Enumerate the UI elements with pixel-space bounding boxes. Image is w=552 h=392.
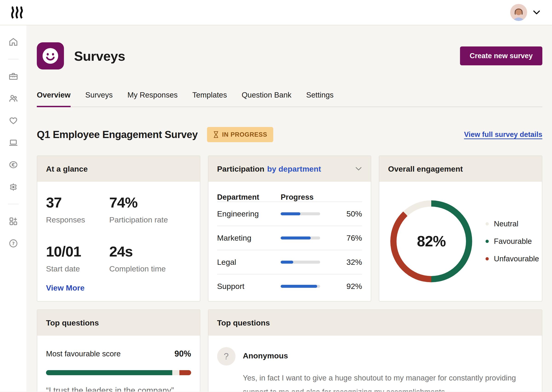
tab-bar: Overview Surveys My Responses Templates … — [37, 91, 542, 107]
favourable-segment — [46, 370, 172, 375]
stat-completion-time: 24s Completion time — [109, 243, 191, 273]
create-new-survey-button[interactable]: Create new survey — [460, 47, 542, 65]
tab-my-responses[interactable]: My Responses — [127, 91, 178, 107]
sidebar-item-settings[interactable] — [8, 182, 18, 192]
heart-icon — [8, 115, 18, 126]
question-mark-icon: ? — [224, 351, 229, 361]
laptop-icon — [8, 138, 18, 148]
home-icon — [8, 37, 18, 47]
overall-engagement-title: Overall engagement — [379, 156, 542, 182]
surveys-app-icon — [37, 42, 64, 70]
apps-plus-icon — [8, 216, 18, 226]
participation-dropdown[interactable]: Participation by department — [217, 164, 362, 174]
top-questions-title: Top questions — [37, 310, 200, 336]
gear-icon — [8, 182, 18, 192]
neutral-segment — [172, 370, 180, 375]
sidebar-item-benefits[interactable] — [8, 115, 18, 126]
unfavourable-segment — [179, 370, 191, 375]
tab-surveys[interactable]: Surveys — [85, 91, 113, 107]
main-content: Surveys Create new survey Overview Surve… — [27, 25, 552, 392]
view-full-survey-details-link[interactable]: View full survey details — [464, 130, 542, 139]
chevron-down-icon — [355, 167, 362, 171]
unfavourable-dot-icon — [485, 257, 489, 260]
top-questions-score-card: Top questions Most favourable score 90% … — [37, 309, 200, 392]
stat-start-date: 10/01 Start date — [46, 243, 109, 273]
sidebar-item-apps[interactable] — [8, 216, 18, 226]
at-a-glance-card: At a glance 37 Responses 74% Participati… — [37, 155, 200, 301]
status-badge-label: IN PROGRESS — [222, 131, 267, 138]
chevron-down-icon — [533, 10, 540, 15]
tab-overview[interactable]: Overview — [37, 91, 71, 107]
status-badge: IN PROGRESS — [207, 127, 273, 142]
question-quote: “I trust the leaders in the company” — [46, 386, 191, 392]
table-row: Marketing 76% — [217, 226, 362, 250]
favourability-stacked-bar — [46, 370, 191, 375]
help-icon: ? — [8, 238, 18, 248]
sidebar-item-payroll[interactable]: € — [8, 160, 18, 170]
progress-bar — [281, 212, 320, 215]
engagement-legend: Neutral Favourable Unfavourable — [485, 219, 539, 263]
glance-stats: 37 Responses 74% Participation rate 10/0… — [46, 194, 191, 273]
participation-card: Participation by department Department P… — [208, 155, 372, 301]
hourglass-icon — [213, 131, 219, 138]
favourable-dot-icon — [485, 240, 489, 243]
tab-settings[interactable]: Settings — [306, 91, 333, 107]
top-bar — [0, 0, 552, 25]
top-questions-comments-card: Top questions ? Anonymous Yes, in fact I… — [208, 309, 542, 392]
svg-text:€: € — [11, 162, 15, 168]
progress-bar — [281, 261, 320, 264]
sidebar-item-devices[interactable] — [8, 138, 18, 148]
overall-engagement-card: Overall engagement 82% Neutral Favourabl… — [379, 155, 542, 301]
sidebar-item-help[interactable]: ? — [8, 238, 18, 248]
user-avatar[interactable] — [510, 4, 527, 21]
rippling-logo-icon — [11, 6, 25, 19]
survey-title: Q1 Employee Engagement Survey — [37, 129, 198, 140]
tab-templates[interactable]: Templates — [192, 91, 227, 107]
comment-author: Anonymous — [243, 351, 533, 360]
engagement-score: 82% — [390, 200, 472, 282]
smiley-face-icon — [37, 42, 64, 70]
page-title: Surveys — [74, 48, 125, 64]
at-a-glance-title: At a glance — [37, 156, 200, 182]
comment-text: Yes, in fact I want to give a huge shout… — [243, 371, 533, 392]
euro-coin-icon: € — [8, 160, 18, 170]
sidebar-item-work[interactable] — [8, 71, 18, 81]
top-questions-title: Top questions — [208, 310, 542, 336]
stat-responses: 37 Responses — [46, 194, 109, 224]
view-more-link[interactable]: View More — [46, 283, 191, 292]
briefcase-icon — [8, 71, 18, 81]
stat-participation-rate: 74% Participation rate — [109, 194, 191, 224]
legend-item-neutral: Neutral — [485, 219, 539, 228]
progress-bar — [281, 237, 320, 239]
participation-title: Participation — [217, 164, 264, 174]
progress-bar — [281, 285, 320, 288]
sidebar-item-home[interactable] — [8, 37, 18, 47]
engagement-donut-chart: 82% — [390, 200, 472, 282]
sidebar: € ? — [0, 25, 27, 392]
user-photo-icon — [510, 4, 527, 21]
sidebar-item-people[interactable] — [8, 93, 18, 104]
table-row: Support 92% — [217, 274, 362, 298]
neutral-dot-icon — [485, 222, 489, 225]
table-row: Engineering 50% — [217, 202, 362, 226]
legend-item-unfavourable: Unfavourable — [485, 254, 539, 263]
legend-item-favourable: Favourable — [485, 237, 539, 246]
account-menu[interactable] — [510, 4, 540, 21]
comment-row: ? Anonymous Yes, in fact I want to give … — [217, 347, 533, 392]
tab-question-bank[interactable]: Question Bank — [242, 91, 291, 107]
anonymous-avatar: ? — [217, 347, 235, 365]
participation-grouping: by department — [267, 164, 321, 174]
table-row: Legal 32% — [217, 250, 362, 274]
rippling-logo[interactable] — [11, 6, 25, 19]
sidebar-divider — [8, 59, 19, 59]
most-favourable-score-row: Most favourable score 90% — [46, 349, 191, 359]
participation-table-header: Department Progress — [217, 193, 362, 202]
sidebar-divider — [8, 204, 19, 204]
svg-text:?: ? — [12, 241, 15, 246]
people-icon — [8, 93, 18, 104]
